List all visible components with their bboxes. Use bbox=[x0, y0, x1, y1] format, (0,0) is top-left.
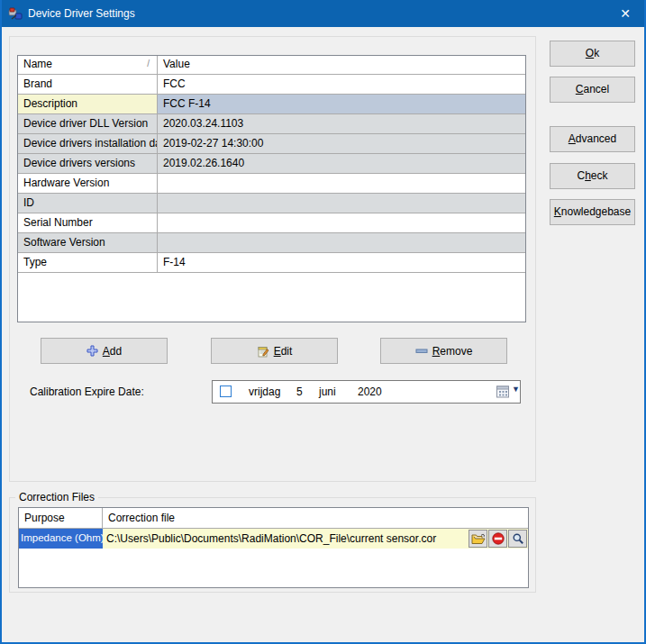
table-row[interactable]: Type F-14 bbox=[18, 253, 525, 273]
knowledgebase-button[interactable]: Knowledgebase bbox=[550, 199, 635, 225]
add-button-label: Add bbox=[103, 345, 122, 358]
correction-purpose-cell[interactable]: Impedance (Ohm) bbox=[19, 529, 103, 549]
remove-button-label: Remove bbox=[432, 345, 473, 358]
table-row[interactable]: Brand FCC bbox=[18, 75, 525, 95]
titlebar[interactable]: Device Driver Settings ✕ bbox=[0, 0, 646, 27]
magnifier-icon bbox=[512, 532, 524, 545]
table-row[interactable]: Software Version bbox=[18, 233, 525, 253]
correction-file-path: C:\Users\Public\Documents\RadiMation\COR… bbox=[106, 532, 436, 545]
row-value bbox=[158, 213, 525, 232]
correction-files-group-label: Correction Files bbox=[15, 491, 98, 503]
close-button[interactable]: ✕ bbox=[605, 0, 646, 27]
table-row[interactable]: Serial Number bbox=[18, 213, 525, 233]
remove-button[interactable]: Remove bbox=[380, 338, 507, 364]
properties-table: Name / Value Brand FCC Description FCC F… bbox=[17, 55, 526, 322]
correction-files-group: Correction Files Purpose Correction file… bbox=[9, 497, 536, 593]
correction-files-header: Purpose Correction file bbox=[19, 508, 528, 529]
date-segment-month[interactable]: juni bbox=[319, 385, 336, 398]
table-row[interactable]: Device drivers installation date 2019-02… bbox=[18, 134, 525, 154]
calendar-icon[interactable] bbox=[496, 385, 510, 398]
row-name: Brand bbox=[18, 75, 158, 94]
window-title: Device Driver Settings bbox=[28, 0, 135, 27]
date-segment-dayname[interactable]: vrijdag bbox=[249, 385, 280, 398]
no-entry-icon bbox=[492, 532, 505, 545]
table-row[interactable]: Hardware Version bbox=[18, 174, 525, 194]
calibration-date-picker[interactable]: vrijdag 5 juni 2020 ▼ bbox=[212, 380, 521, 404]
date-segment-day[interactable]: 5 bbox=[296, 385, 303, 398]
open-folder-icon bbox=[471, 533, 486, 545]
calibration-expire-date-label: Calibration Expire Date: bbox=[30, 385, 144, 398]
column-header-name-label: Name bbox=[23, 58, 52, 70]
row-name: Type bbox=[18, 253, 158, 272]
table-row-selected[interactable]: Description FCC F-14 bbox=[18, 95, 525, 114]
properties-table-header: Name / Value bbox=[18, 56, 525, 75]
table-row[interactable]: Device driver DLL Version 2020.03.24.110… bbox=[18, 114, 525, 134]
row-name: Device drivers versions bbox=[18, 154, 158, 173]
check-button[interactable]: Check bbox=[550, 163, 635, 189]
correction-file-path-cell[interactable]: C:\Users\Public\Documents\RadiMation\COR… bbox=[103, 529, 528, 549]
row-name: Device drivers installation date bbox=[18, 134, 158, 153]
row-name: Software Version bbox=[18, 233, 158, 252]
correction-file-row[interactable]: Impedance (Ohm) C:\Users\Public\Document… bbox=[19, 529, 528, 549]
column-header-name[interactable]: Name / bbox=[18, 56, 158, 74]
row-name: Description bbox=[18, 95, 158, 113]
column-header-purpose[interactable]: Purpose bbox=[19, 508, 103, 528]
row-value: 2019-02-27 14:30:00 bbox=[158, 134, 525, 153]
row-value: FCC F-14 bbox=[158, 95, 525, 113]
clear-file-button[interactable] bbox=[488, 530, 507, 548]
view-file-button[interactable] bbox=[508, 530, 527, 548]
correction-row-buttons bbox=[469, 529, 527, 549]
advanced-button[interactable]: Advanced bbox=[550, 126, 635, 152]
edit-button[interactable]: Edit bbox=[211, 338, 338, 364]
row-value: FCC bbox=[158, 75, 525, 94]
minus-icon bbox=[415, 345, 428, 357]
edit-notepad-icon bbox=[257, 345, 269, 358]
ok-button[interactable]: Ok bbox=[550, 41, 635, 67]
device-driver-icon bbox=[8, 6, 23, 21]
column-header-correction-file[interactable]: Correction file bbox=[103, 508, 528, 528]
row-name: Serial Number bbox=[18, 213, 158, 232]
column-header-value-label: Value bbox=[163, 58, 190, 70]
row-value: F-14 bbox=[158, 253, 525, 272]
row-name: Hardware Version bbox=[18, 174, 158, 193]
date-segment-year[interactable]: 2020 bbox=[358, 385, 382, 398]
calendar-dropdown-arrow-icon[interactable]: ▼ bbox=[512, 385, 520, 394]
column-header-value[interactable]: Value bbox=[158, 56, 525, 74]
row-value bbox=[158, 233, 525, 252]
browse-file-button[interactable] bbox=[469, 530, 487, 548]
plus-icon bbox=[86, 345, 98, 357]
device-driver-settings-dialog: Device Driver Settings ✕ Name / Value Br… bbox=[0, 0, 646, 644]
correction-files-table: Purpose Correction file Impedance (Ohm) … bbox=[18, 507, 529, 588]
table-row[interactable]: ID bbox=[18, 194, 525, 213]
calibration-date-checkbox[interactable] bbox=[220, 385, 232, 397]
row-value: 2020.03.24.1103 bbox=[158, 114, 525, 133]
row-name: Device driver DLL Version bbox=[18, 114, 158, 133]
row-name: ID bbox=[18, 194, 158, 213]
sort-ascending-icon: / bbox=[147, 59, 150, 68]
row-value bbox=[158, 194, 525, 213]
edit-button-label: Edit bbox=[274, 345, 293, 358]
settings-panel: Name / Value Brand FCC Description FCC F… bbox=[9, 36, 536, 482]
table-row[interactable]: Device drivers versions 2019.02.26.1640 bbox=[18, 154, 525, 174]
row-value: 2019.02.26.1640 bbox=[158, 154, 525, 173]
row-value bbox=[158, 174, 525, 193]
add-button[interactable]: Add bbox=[41, 338, 168, 364]
cancel-button[interactable]: Cancel bbox=[550, 77, 635, 103]
